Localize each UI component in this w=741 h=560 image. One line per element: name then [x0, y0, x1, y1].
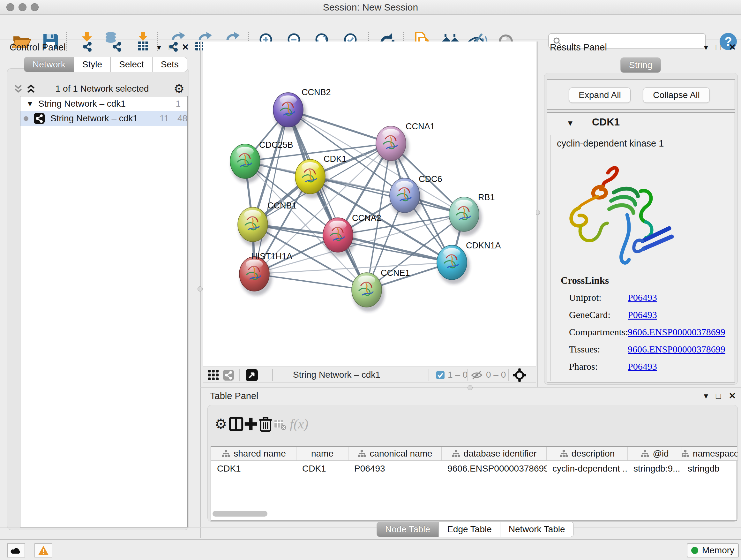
table-panel-float-icon[interactable]: □ — [716, 391, 721, 401]
title-bar: Session: New Session — [0, 0, 741, 15]
column-header-namespace[interactable]: namespace — [682, 447, 738, 460]
table-cell[interactable]: cyclin-dependent ... — [547, 462, 628, 476]
control-panel-collapse-icon[interactable]: ▾ — [157, 42, 161, 52]
splitter-handle[interactable] — [468, 385, 473, 390]
table-cell[interactable]: 9606.ENSP00000378699 — [442, 462, 547, 476]
expand-all-chevron-icon[interactable] — [13, 84, 23, 95]
network-node-ccnb2[interactable]: CCNB2 — [273, 87, 331, 132]
import-network-icon[interactable] — [77, 31, 97, 52]
node-label: HIST1H1A — [251, 252, 292, 261]
table-cell[interactable]: stringdb — [682, 462, 738, 476]
results-panel-collapse-icon[interactable]: ▾ — [704, 42, 709, 52]
tab-network[interactable]: Network — [24, 57, 74, 72]
memory-button[interactable]: Memory — [687, 543, 739, 557]
crosslink-compartments-link[interactable]: 9606.ENSP00000378699 — [628, 327, 725, 337]
network-view-toolbar: String Network – cdk1 1 – 0 0 – 0 — [203, 367, 536, 382]
results-panel-float-icon[interactable]: □ — [716, 43, 721, 52]
crosslink-row: Uniprot:P06493 — [550, 292, 734, 309]
network-node-rb1[interactable]: RB1 — [449, 192, 495, 236]
column-header-name[interactable]: name — [296, 447, 348, 460]
window-close-traffic-light[interactable] — [6, 3, 14, 11]
column-header-shared-name[interactable]: shared name — [211, 447, 296, 460]
crosslinks-list: Uniprot:P06493GeneCard:P06493Compartment… — [550, 292, 734, 378]
hidden-eye-icon[interactable] — [471, 370, 483, 382]
toolbar-separator — [467, 369, 468, 381]
network-node-cdc25b[interactable]: CDC25B — [230, 140, 293, 183]
string-view-icon[interactable] — [223, 370, 234, 382]
status-bar: Memory — [0, 539, 741, 560]
table-panel-title: Table Panel — [210, 391, 259, 401]
table-cell[interactable]: P06493 — [348, 462, 442, 476]
results-panel-close-icon[interactable]: ✕ — [729, 42, 736, 52]
gene-name: CDK1 — [592, 116, 620, 128]
column-header-description[interactable]: description — [547, 447, 628, 460]
crosslink-pharos-link[interactable]: P06493 — [628, 361, 657, 372]
import-table-icon[interactable] — [133, 31, 153, 52]
protein-structure-image — [560, 161, 681, 277]
tab-network-table[interactable]: Network Table — [500, 522, 574, 537]
control-panel-close-icon[interactable]: ✕ — [182, 42, 189, 52]
table-cell[interactable]: stringdb:9... — [628, 462, 682, 476]
crosslink-genecard-link[interactable]: P06493 — [628, 309, 657, 320]
edge-count: 48 — [178, 111, 187, 126]
network-node-ccna1[interactable]: CCNA1 — [376, 122, 435, 165]
table-settings-gear-icon[interactable]: ⚙ — [213, 416, 228, 432]
crosslink-row: Tissues:9606.ENSP00000378699 — [550, 344, 734, 361]
network-node-ccna2[interactable]: CCNA2 — [323, 213, 381, 257]
table-panel-collapse-icon[interactable]: ▾ — [704, 391, 709, 401]
node-label: CCNB2 — [301, 87, 331, 97]
import-database-icon[interactable] — [103, 31, 124, 52]
network-options-gear-icon[interactable]: ⚙ — [174, 82, 185, 96]
main-toolbar: ? — [0, 15, 741, 40]
crosslink-label: GeneCard: — [569, 309, 610, 320]
tab-select[interactable]: Select — [111, 57, 152, 72]
network-node-cdk1[interactable]: CDK1 — [295, 154, 347, 198]
tab-edge-table[interactable]: Edge Table — [439, 522, 500, 537]
tab-sets[interactable]: Sets — [152, 57, 187, 72]
network-canvas[interactable]: CCNB2CCNA1CDC25BCDK1CDC6RB1CCNB1CCNA2CDK… — [203, 42, 536, 367]
horizontal-scrollbar-thumb[interactable] — [212, 511, 267, 516]
collapse-all-button[interactable]: Collapse All — [643, 87, 710, 103]
network-collection-row[interactable]: ▼ String Network – cdk1 1 — [20, 97, 187, 111]
delete-column-trash-icon[interactable] — [258, 416, 273, 432]
network-node-ccnb1[interactable]: CCNB1 — [238, 201, 297, 246]
network-row[interactable]: String Network – cdk1 11 48 — [20, 111, 187, 126]
window-zoom-traffic-light[interactable] — [30, 3, 39, 11]
crosshair-icon[interactable] — [513, 368, 526, 383]
add-column-icon[interactable] — [243, 416, 259, 432]
tab-style[interactable]: Style — [74, 57, 111, 72]
column-header-canonical-name[interactable]: canonical name — [348, 447, 442, 460]
node-label: CCNA2 — [352, 213, 381, 223]
warnings-button[interactable] — [35, 543, 52, 557]
network-edge[interactable] — [288, 110, 367, 290]
selected-checkbox-icon[interactable] — [436, 371, 445, 381]
collapse-all-chevron-icon[interactable] — [25, 84, 37, 95]
column-header-@id[interactable]: @id — [628, 447, 682, 460]
grid-view-icon[interactable] — [208, 370, 219, 382]
table-cell[interactable]: CDK1 — [296, 462, 348, 476]
tree-expand-icon[interactable]: ▼ — [26, 97, 34, 111]
column-header-database-identifier[interactable]: database identifier — [442, 447, 547, 460]
cloud-icon — [10, 546, 22, 555]
tab-string[interactable]: String — [620, 57, 661, 73]
control-panel-float-icon[interactable]: □ — [169, 43, 174, 52]
network-node-hist1h1a[interactable]: HIST1H1A — [239, 252, 292, 296]
network-node-cdc6[interactable]: CDC6 — [390, 174, 442, 217]
window-minimize-traffic-light[interactable] — [18, 3, 26, 11]
cloud-button[interactable] — [7, 543, 25, 557]
splitter-handle[interactable] — [198, 287, 203, 292]
table-row[interactable]: CDK1CDK1P064939606.ENSP00000378699cyclin… — [211, 462, 738, 476]
crosslink-tissues-link[interactable]: 9606.ENSP00000378699 — [628, 344, 725, 355]
tab-node-table[interactable]: Node Table — [377, 522, 439, 537]
show-columns-icon[interactable] — [228, 416, 244, 432]
crosslink-uniprot-link[interactable]: P06493 — [628, 292, 657, 303]
table-cell[interactable]: CDK1 — [211, 462, 296, 476]
crosslinks-heading: CrossLinks — [561, 275, 609, 287]
gene-collapse-icon[interactable]: ▼ — [566, 119, 574, 128]
node-label: CDC6 — [419, 174, 442, 184]
birdseye-view-icon[interactable] — [246, 369, 258, 382]
network-node-cdkn1a[interactable]: CDKN1A — [437, 241, 501, 284]
table-panel-close-icon[interactable]: ✕ — [729, 391, 736, 401]
network-node-ccne1[interactable]: CCNE1 — [352, 268, 410, 312]
expand-all-button[interactable]: Expand All — [569, 87, 630, 103]
